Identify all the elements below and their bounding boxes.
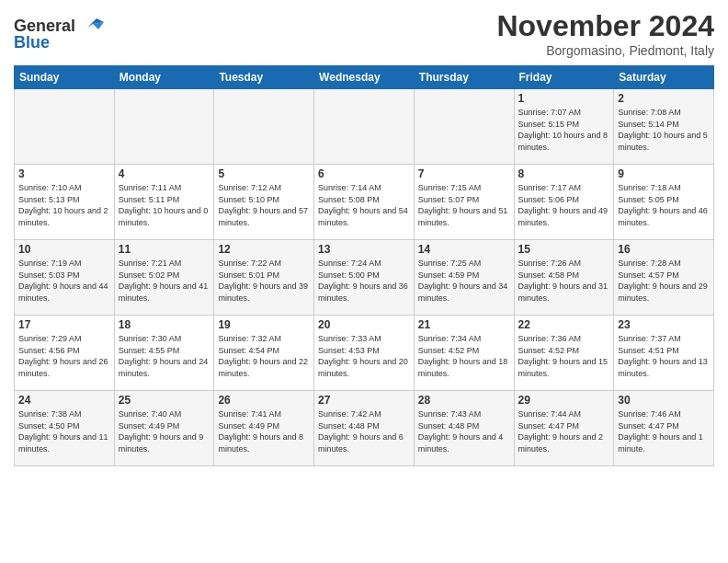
- header: General Blue November 2024 Borgomasino, …: [14, 9, 714, 58]
- cell-w0-d0: [15, 89, 115, 165]
- title-block: November 2024 Borgomasino, Piedmont, Ita…: [496, 9, 714, 58]
- day-number-23: 23: [618, 318, 710, 331]
- day-number-30: 30: [618, 394, 710, 407]
- day-number-29: 29: [518, 394, 610, 407]
- cell-w0-d4: [414, 89, 514, 165]
- day-number-2: 2: [618, 92, 710, 105]
- col-friday: Friday: [514, 66, 614, 89]
- day-number-25: 25: [119, 394, 210, 407]
- day-number-12: 12: [218, 243, 310, 256]
- cell-w0-d5: 1Sunrise: 7:07 AM Sunset: 5:15 PM Daylig…: [514, 89, 614, 165]
- cell-w1-d6: 9Sunrise: 7:18 AM Sunset: 5:05 PM Daylig…: [614, 165, 714, 240]
- col-thursday: Thursday: [414, 66, 514, 89]
- day-info-20: Sunrise: 7:33 AM Sunset: 4:53 PM Dayligh…: [318, 333, 410, 379]
- col-monday: Monday: [114, 66, 214, 89]
- day-info-28: Sunrise: 7:43 AM Sunset: 4:48 PM Dayligh…: [418, 408, 510, 454]
- month-title: November 2024: [496, 9, 714, 43]
- cell-w1-d2: 5Sunrise: 7:12 AM Sunset: 5:10 PM Daylig…: [214, 165, 314, 240]
- page-container: General Blue November 2024 Borgomasino, …: [0, 0, 728, 471]
- day-info-21: Sunrise: 7:34 AM Sunset: 4:52 PM Dayligh…: [418, 333, 510, 379]
- cell-w1-d4: 7Sunrise: 7:15 AM Sunset: 5:07 PM Daylig…: [414, 165, 514, 240]
- day-number-10: 10: [18, 243, 110, 256]
- cell-w4-d4: 28Sunrise: 7:43 AM Sunset: 4:48 PM Dayli…: [414, 391, 514, 466]
- cell-w0-d2: [214, 89, 314, 165]
- week-row-3: 17Sunrise: 7:29 AM Sunset: 4:56 PM Dayli…: [15, 316, 714, 391]
- cell-w4-d5: 29Sunrise: 7:44 AM Sunset: 4:47 PM Dayli…: [514, 391, 614, 466]
- day-info-3: Sunrise: 7:10 AM Sunset: 5:13 PM Dayligh…: [18, 182, 110, 228]
- day-number-6: 6: [318, 167, 410, 180]
- day-number-19: 19: [218, 318, 310, 331]
- day-number-8: 8: [518, 167, 610, 180]
- cell-w4-d0: 24Sunrise: 7:38 AM Sunset: 4:50 PM Dayli…: [15, 391, 115, 466]
- cell-w2-d6: 16Sunrise: 7:28 AM Sunset: 4:57 PM Dayli…: [614, 240, 714, 316]
- day-info-7: Sunrise: 7:15 AM Sunset: 5:07 PM Dayligh…: [418, 182, 510, 228]
- day-number-14: 14: [418, 243, 510, 256]
- day-info-13: Sunrise: 7:24 AM Sunset: 5:00 PM Dayligh…: [318, 258, 410, 304]
- day-info-5: Sunrise: 7:12 AM Sunset: 5:10 PM Dayligh…: [218, 182, 310, 228]
- week-row-1: 3Sunrise: 7:10 AM Sunset: 5:13 PM Daylig…: [15, 165, 714, 240]
- subtitle: Borgomasino, Piedmont, Italy: [496, 43, 714, 58]
- day-info-8: Sunrise: 7:17 AM Sunset: 5:06 PM Dayligh…: [518, 182, 610, 228]
- col-saturday: Saturday: [614, 66, 714, 89]
- day-info-6: Sunrise: 7:14 AM Sunset: 5:08 PM Dayligh…: [318, 182, 410, 228]
- day-info-11: Sunrise: 7:21 AM Sunset: 5:02 PM Dayligh…: [119, 258, 210, 304]
- day-info-9: Sunrise: 7:18 AM Sunset: 5:05 PM Dayligh…: [618, 182, 710, 228]
- day-info-22: Sunrise: 7:36 AM Sunset: 4:52 PM Dayligh…: [518, 333, 610, 379]
- cell-w4-d6: 30Sunrise: 7:46 AM Sunset: 4:47 PM Dayli…: [614, 391, 714, 466]
- logo: General Blue: [14, 13, 106, 52]
- week-row-0: 1Sunrise: 7:07 AM Sunset: 5:15 PM Daylig…: [15, 89, 714, 165]
- day-info-30: Sunrise: 7:46 AM Sunset: 4:47 PM Dayligh…: [618, 408, 710, 454]
- day-info-2: Sunrise: 7:08 AM Sunset: 5:14 PM Dayligh…: [618, 107, 710, 153]
- day-number-9: 9: [618, 167, 710, 180]
- day-info-23: Sunrise: 7:37 AM Sunset: 4:51 PM Dayligh…: [618, 333, 710, 379]
- cell-w1-d5: 8Sunrise: 7:17 AM Sunset: 5:06 PM Daylig…: [514, 165, 614, 240]
- day-number-11: 11: [119, 243, 210, 256]
- col-tuesday: Tuesday: [214, 66, 314, 89]
- cell-w2-d4: 14Sunrise: 7:25 AM Sunset: 4:59 PM Dayli…: [414, 240, 514, 316]
- day-info-19: Sunrise: 7:32 AM Sunset: 4:54 PM Dayligh…: [218, 333, 310, 379]
- day-info-12: Sunrise: 7:22 AM Sunset: 5:01 PM Dayligh…: [218, 258, 310, 304]
- cell-w1-d3: 6Sunrise: 7:14 AM Sunset: 5:08 PM Daylig…: [314, 165, 415, 240]
- cell-w3-d1: 18Sunrise: 7:30 AM Sunset: 4:55 PM Dayli…: [114, 316, 214, 391]
- day-number-17: 17: [18, 318, 110, 331]
- cell-w1-d0: 3Sunrise: 7:10 AM Sunset: 5:13 PM Daylig…: [15, 165, 115, 240]
- day-number-27: 27: [318, 394, 410, 407]
- cell-w2-d0: 10Sunrise: 7:19 AM Sunset: 5:03 PM Dayli…: [15, 240, 115, 316]
- day-info-14: Sunrise: 7:25 AM Sunset: 4:59 PM Dayligh…: [418, 258, 510, 304]
- day-info-1: Sunrise: 7:07 AM Sunset: 5:15 PM Dayligh…: [518, 107, 610, 153]
- cell-w0-d3: [314, 89, 415, 165]
- day-number-24: 24: [18, 394, 110, 407]
- day-info-10: Sunrise: 7:19 AM Sunset: 5:03 PM Dayligh…: [18, 258, 110, 304]
- col-wednesday: Wednesday: [314, 66, 415, 89]
- cell-w4-d3: 27Sunrise: 7:42 AM Sunset: 4:48 PM Dayli…: [314, 391, 415, 466]
- calendar-body: 1Sunrise: 7:07 AM Sunset: 5:15 PM Daylig…: [15, 89, 714, 466]
- day-number-26: 26: [218, 394, 310, 407]
- header-row: Sunday Monday Tuesday Wednesday Thursday…: [15, 66, 714, 89]
- cell-w2-d5: 15Sunrise: 7:26 AM Sunset: 4:58 PM Dayli…: [514, 240, 614, 316]
- day-number-4: 4: [119, 167, 210, 180]
- logo-text-blue: Blue: [14, 33, 50, 52]
- day-number-20: 20: [318, 318, 410, 331]
- day-number-7: 7: [418, 167, 510, 180]
- cell-w3-d6: 23Sunrise: 7:37 AM Sunset: 4:51 PM Dayli…: [614, 316, 714, 391]
- day-info-25: Sunrise: 7:40 AM Sunset: 4:49 PM Dayligh…: [119, 408, 210, 454]
- cell-w3-d0: 17Sunrise: 7:29 AM Sunset: 4:56 PM Dayli…: [15, 316, 115, 391]
- cell-w0-d1: [114, 89, 214, 165]
- cell-w4-d1: 25Sunrise: 7:40 AM Sunset: 4:49 PM Dayli…: [114, 391, 214, 466]
- cell-w2-d3: 13Sunrise: 7:24 AM Sunset: 5:00 PM Dayli…: [314, 240, 415, 316]
- day-number-16: 16: [618, 243, 710, 256]
- cell-w2-d2: 12Sunrise: 7:22 AM Sunset: 5:01 PM Dayli…: [214, 240, 314, 316]
- day-number-15: 15: [518, 243, 610, 256]
- week-row-4: 24Sunrise: 7:38 AM Sunset: 4:50 PM Dayli…: [15, 391, 714, 466]
- calendar-table: Sunday Monday Tuesday Wednesday Thursday…: [14, 65, 714, 466]
- day-info-24: Sunrise: 7:38 AM Sunset: 4:50 PM Dayligh…: [18, 408, 110, 454]
- week-row-2: 10Sunrise: 7:19 AM Sunset: 5:03 PM Dayli…: [15, 240, 714, 316]
- day-number-13: 13: [318, 243, 410, 256]
- cell-w0-d6: 2Sunrise: 7:08 AM Sunset: 5:14 PM Daylig…: [614, 89, 714, 165]
- day-info-16: Sunrise: 7:28 AM Sunset: 4:57 PM Dayligh…: [618, 258, 710, 304]
- cell-w3-d4: 21Sunrise: 7:34 AM Sunset: 4:52 PM Dayli…: [414, 316, 514, 391]
- cell-w3-d5: 22Sunrise: 7:36 AM Sunset: 4:52 PM Dayli…: [514, 316, 614, 391]
- col-sunday: Sunday: [15, 66, 115, 89]
- logo-bird-icon: [78, 11, 106, 39]
- day-number-3: 3: [18, 167, 110, 180]
